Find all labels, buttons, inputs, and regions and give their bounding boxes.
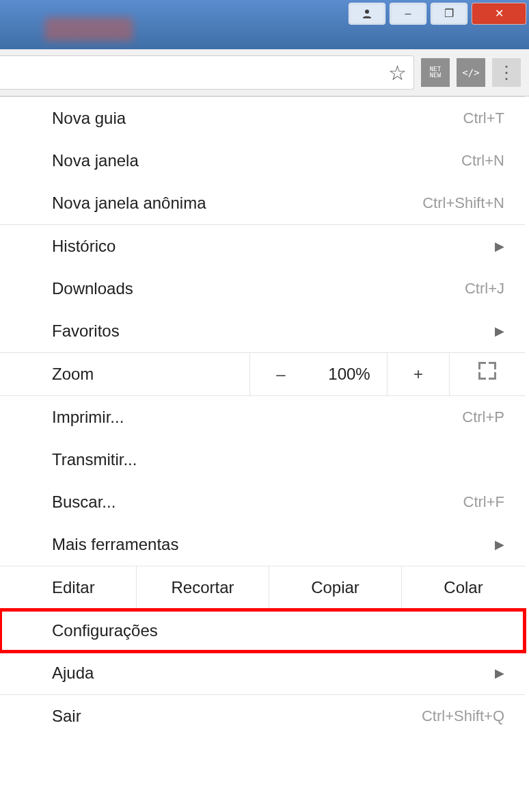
menu-print[interactable]: Imprimir... Ctrl+P bbox=[0, 396, 525, 438]
zoom-percent: 100% bbox=[312, 353, 387, 395]
extension-netnew[interactable]: NET NEW bbox=[421, 58, 450, 87]
menu-label: Nova guia bbox=[52, 109, 126, 128]
user-switch-button[interactable] bbox=[349, 3, 385, 25]
window-buttons: – ❐ ✕ bbox=[349, 0, 529, 25]
menu-bookmarks[interactable]: Favoritos ▶ bbox=[0, 310, 525, 352]
submenu-arrow-icon: ▶ bbox=[495, 537, 504, 552]
edit-label: Editar bbox=[0, 566, 137, 609]
zoom-in-button[interactable]: + bbox=[387, 353, 449, 395]
menu-edit-row: Editar Recortar Copiar Colar bbox=[0, 566, 525, 610]
edit-copy[interactable]: Copiar bbox=[269, 566, 402, 609]
submenu-arrow-icon: ▶ bbox=[495, 666, 504, 681]
menu-cast[interactable]: Transmitir... bbox=[0, 438, 525, 481]
minimize-button[interactable]: – bbox=[390, 3, 426, 25]
fullscreen-button[interactable] bbox=[449, 353, 525, 395]
menu-label: Mais ferramentas bbox=[52, 535, 178, 554]
star-icon[interactable]: ☆ bbox=[388, 61, 407, 85]
menu-shortcut: Ctrl+N bbox=[461, 152, 504, 170]
menu-find[interactable]: Buscar... Ctrl+F bbox=[0, 481, 525, 523]
menu-new-window[interactable]: Nova janela Ctrl+N bbox=[0, 140, 525, 182]
menu-label: Nova janela bbox=[52, 151, 139, 170]
menu-label: Buscar... bbox=[52, 493, 116, 512]
submenu-arrow-icon: ▶ bbox=[495, 324, 504, 339]
fullscreen-icon bbox=[478, 362, 496, 380]
menu-history[interactable]: Histórico ▶ bbox=[0, 224, 525, 267]
main-menu-button[interactable]: ⋮ bbox=[492, 58, 521, 87]
menu-label: Ajuda bbox=[52, 664, 94, 683]
menu-more-tools[interactable]: Mais ferramentas ▶ bbox=[0, 523, 525, 566]
close-icon: ✕ bbox=[495, 8, 504, 19]
menu-exit[interactable]: Sair Ctrl+Shift+Q bbox=[0, 694, 525, 737]
window-titlebar: – ❐ ✕ bbox=[0, 0, 529, 49]
maximize-button[interactable]: ❐ bbox=[431, 3, 467, 25]
browser-toolbar: ☆ NET NEW </> ⋮ bbox=[0, 49, 529, 96]
svg-point-0 bbox=[365, 10, 369, 14]
menu-incognito[interactable]: Nova janela anônima Ctrl+Shift+N bbox=[0, 182, 525, 224]
menu-label: Favoritos bbox=[52, 322, 120, 341]
menu-shortcut: Ctrl+P bbox=[462, 408, 504, 426]
menu-label: Imprimir... bbox=[52, 408, 124, 427]
menu-zoom: Zoom – 100% + bbox=[0, 352, 525, 396]
menu-label: Configurações bbox=[52, 621, 158, 640]
menu-new-tab[interactable]: Nova guia Ctrl+T bbox=[0, 97, 525, 140]
menu-label: Histórico bbox=[52, 237, 116, 256]
zoom-label: Zoom bbox=[0, 365, 249, 384]
menu-label: Sair bbox=[52, 707, 81, 726]
menu-shortcut: Ctrl+Shift+N bbox=[422, 194, 504, 212]
edit-cut[interactable]: Recortar bbox=[137, 566, 269, 609]
menu-downloads[interactable]: Downloads Ctrl+J bbox=[0, 267, 525, 310]
address-bar[interactable]: ☆ bbox=[0, 55, 414, 90]
zoom-out-button[interactable]: – bbox=[249, 353, 312, 395]
menu-label: Transmitir... bbox=[52, 450, 137, 469]
menu-help[interactable]: Ajuda ▶ bbox=[0, 652, 525, 694]
menu-settings[interactable]: Configurações bbox=[0, 610, 525, 652]
edit-paste[interactable]: Colar bbox=[402, 566, 525, 609]
menu-shortcut: Ctrl+Shift+Q bbox=[422, 707, 504, 725]
maximize-icon: ❐ bbox=[444, 8, 454, 19]
menu-shortcut: Ctrl+J bbox=[465, 280, 504, 298]
chrome-main-menu: Nova guia Ctrl+T Nova janela Ctrl+N Nova… bbox=[0, 96, 525, 737]
menu-shortcut: Ctrl+F bbox=[463, 493, 505, 511]
browser-tab[interactable] bbox=[44, 17, 133, 41]
menu-label: Nova janela anônima bbox=[52, 194, 206, 213]
submenu-arrow-icon: ▶ bbox=[495, 239, 504, 254]
close-button[interactable]: ✕ bbox=[472, 3, 526, 25]
menu-shortcut: Ctrl+T bbox=[463, 109, 505, 127]
extension-devtools[interactable]: </> bbox=[457, 58, 485, 87]
menu-label: Downloads bbox=[52, 279, 133, 298]
minimize-icon: – bbox=[405, 8, 411, 19]
